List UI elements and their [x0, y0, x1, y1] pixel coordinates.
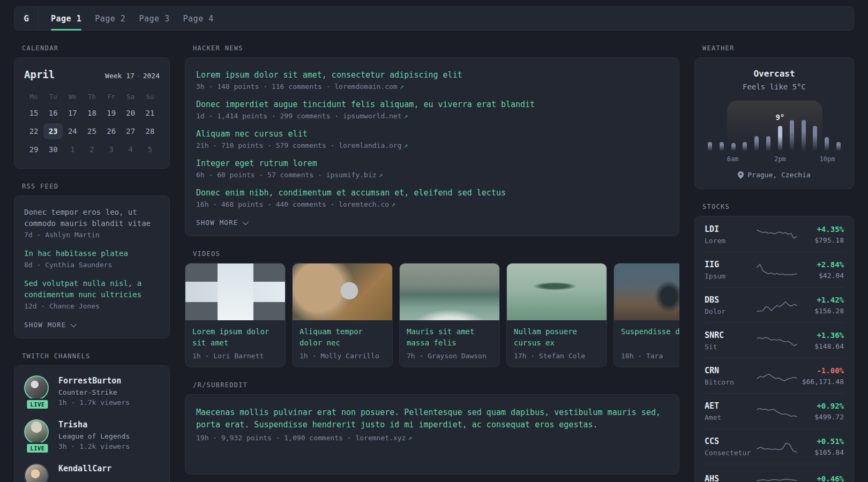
hn-story-domain-link[interactable]: loremtech.co — [339, 200, 389, 208]
video-card[interactable]: Lorem ipsum dolor sit amet consectetu… 1… — [185, 263, 286, 367]
weather-location-row: Prague, Czechia — [695, 171, 854, 179]
video-title[interactable]: Mauris sit amet massa felis — [407, 326, 492, 349]
separator-dot: · — [137, 72, 141, 80]
hn-show-more-button[interactable]: SHOW MORE — [196, 219, 247, 227]
middle-column: HACKER NEWS Lorem ipsum dolor sit amet, … — [185, 44, 679, 482]
rss-show-more-button[interactable]: SHOW MORE — [24, 321, 75, 329]
twitch-channel-row[interactable]: LIVE Trisha League of Legends 3h · 1.2k … — [24, 419, 160, 450]
video-thumbnail[interactable] — [185, 263, 285, 320]
stock-row[interactable]: CRNBitcorn -1.00%$66,171.48 — [705, 358, 844, 393]
stock-sparkline — [757, 262, 797, 278]
stock-row[interactable]: DBSDolor +1.42%$156.28 — [705, 287, 844, 322]
stock-symbol: SNRC — [705, 330, 755, 340]
stock-price: $148.64 — [798, 342, 844, 350]
video-thumbnail[interactable] — [400, 263, 499, 320]
video-title[interactable]: Nullam posuere cursus ex — [514, 326, 600, 349]
hn-story-domain-link[interactable]: ipsumworld.net — [343, 112, 402, 120]
weather-bar-current: 9° — [778, 126, 782, 151]
hacker-news-widget: HACKER NEWS Lorem ipsum dolor sit amet, … — [185, 44, 679, 236]
twitch-channel-row[interactable]: KendallCarr — [24, 463, 160, 482]
hn-story-title[interactable]: Donec imperdiet augue tincidunt felis al… — [196, 99, 668, 110]
calendar-day-next-month: 5 — [140, 141, 160, 157]
reddit-post-domain-link[interactable]: loremnet.xyz — [355, 434, 406, 442]
video-card[interactable]: Mauris sit amet massa felis 7h · Grayson… — [399, 263, 500, 367]
tab-page-3[interactable]: Page 3 — [139, 7, 169, 30]
calendar-day: 16 — [43, 105, 63, 121]
weather-bar — [766, 136, 770, 151]
hn-story-title[interactable]: Lorem ipsum dolor sit amet, consectetur … — [196, 70, 668, 81]
live-badge: LIVE — [25, 442, 49, 454]
reddit-post-stats: 19h · 9,932 points · 1,090 comments · — [196, 434, 355, 442]
calendar-day: 27 — [121, 123, 140, 139]
stock-change: -1.00% — [798, 366, 844, 375]
hn-story-title[interactable]: Aliquam nec cursus elit — [196, 129, 668, 140]
rss-item-title[interactable]: In hac habitasse platea — [24, 248, 160, 259]
reddit-post-meta: 19h · 9,932 points · 1,090 comments · lo… — [196, 434, 668, 442]
twitch-channel-meta: 1h · 1.7k viewers — [58, 398, 130, 406]
rss-item-title[interactable]: Sed volutpat nulla nisl, a condimentum n… — [24, 278, 160, 300]
tab-page-2[interactable]: Page 2 — [95, 7, 125, 30]
stock-row[interactable]: CCSConsectetur +0.51%$165.84 — [705, 428, 844, 464]
hn-story-domain-link[interactable]: ipsumify.biz — [326, 171, 377, 179]
rss-item-title[interactable]: Donec tempor eros leo, ut commodo mauris… — [24, 207, 160, 229]
calendar-year: 2024 — [143, 72, 160, 80]
calendar-day: 26 — [102, 123, 121, 139]
stock-row[interactable]: LDILorem +4.35%$795.18 — [705, 217, 844, 252]
stock-change: +0.46% — [798, 475, 844, 482]
weather-location: Prague, Czechia — [747, 171, 810, 179]
video-title[interactable]: Suspendisse diam — [621, 326, 679, 349]
hn-story-title[interactable]: Integer eget rutrum lorem — [196, 158, 668, 169]
tab-page-4[interactable]: Page 4 — [183, 7, 214, 30]
weather-bar — [790, 120, 794, 151]
twitch-channel-meta: 3h · 1.2k viewers — [58, 442, 130, 450]
video-thumbnail[interactable] — [507, 263, 607, 320]
hn-story-meta: 16h · 468 points · 440 comments · loremt… — [196, 200, 668, 208]
calendar-card: April Week 17·2024 Mo Tu We Th Fr Sa Su … — [14, 57, 170, 169]
video-meta: 17h · Stefan Cole — [514, 352, 600, 360]
hn-story-title[interactable]: Donec enim nibh, condimentum et accumsan… — [196, 187, 668, 199]
stock-change: +2.84% — [798, 260, 844, 269]
stock-row[interactable]: AHS +0.46% — [705, 464, 844, 482]
stock-row[interactable]: AETAmet +0.92%$499.72 — [705, 393, 844, 428]
video-title[interactable]: Lorem ipsum dolor sit amet consectetu… — [192, 326, 278, 349]
rss-section-label: RSS FEED — [22, 183, 170, 190]
hn-story-domain-link[interactable]: loremdomain.com — [334, 82, 397, 91]
calendar-month: April — [24, 69, 55, 80]
stocks-card: LDILorem +4.35%$795.18 IIGIpsum +2.84%$4… — [694, 216, 854, 482]
reddit-post-title[interactable]: Maecenas mollis pulvinar erat non posuer… — [196, 406, 668, 431]
twitch-channel-row[interactable]: LIVE ForrestBurton Counter-Strike 1h · 1… — [24, 375, 160, 406]
video-card[interactable]: Nullam posuere cursus ex 17h · Stefan Co… — [506, 263, 607, 367]
stock-price: $165.84 — [798, 448, 844, 456]
weather-feels-like: Feels like 5°C — [695, 82, 854, 91]
video-title[interactable]: Aliquam tempor dolor nec pharetra… — [300, 326, 385, 349]
rss-widget: RSS FEED Donec tempor eros leo, ut commo… — [14, 183, 170, 338]
stock-row[interactable]: SNRCSit +1.36%$148.64 — [705, 322, 844, 358]
calendar-day-next-month: 2 — [82, 141, 101, 157]
hn-story-stats: 21h · 710 points · 579 comments · — [196, 141, 339, 149]
calendar-day-next-month: 1 — [63, 141, 82, 157]
twitch-channel-name[interactable]: KendallCarr — [58, 464, 111, 473]
stock-sparkline — [757, 333, 797, 349]
stock-price: $66,171.48 — [798, 378, 844, 386]
video-meta: 1h · Molly Carrillo — [300, 352, 385, 360]
videos-section-label: VIDEOS — [193, 250, 679, 258]
twitch-channel-name[interactable]: ForrestBurton — [58, 376, 130, 386]
stock-name: Lorem — [705, 237, 755, 245]
external-link-icon: ↗ — [391, 200, 395, 208]
hn-story-stats: 6h · 60 points · 57 comments · — [196, 171, 326, 179]
video-card[interactable]: Suspendisse diam 18h · Tara — [613, 263, 679, 367]
stock-row[interactable]: IIGIpsum +2.84%$42.04 — [705, 252, 844, 287]
tab-page-1[interactable]: Page 1 — [51, 7, 81, 30]
twitch-channel-category: League of Legends — [58, 432, 130, 440]
weekday-label: Mo — [24, 91, 43, 103]
weather-chart: 9° — [707, 102, 841, 151]
weather-time-label: 10pm — [820, 155, 835, 163]
twitch-channel-name[interactable]: Trisha — [58, 420, 130, 430]
video-thumbnail[interactable] — [614, 263, 679, 320]
video-thumbnail[interactable] — [293, 263, 392, 320]
hn-story-domain-link[interactable]: loremlandia.org — [339, 141, 401, 149]
twitch-channel-category: Counter-Strike — [58, 388, 130, 396]
video-card[interactable]: Aliquam tempor dolor nec pharetra… 1h · … — [292, 263, 393, 367]
hn-story-meta: 1d · 1,414 points · 299 comments · ipsum… — [196, 112, 668, 120]
stock-change: +0.92% — [798, 402, 844, 410]
